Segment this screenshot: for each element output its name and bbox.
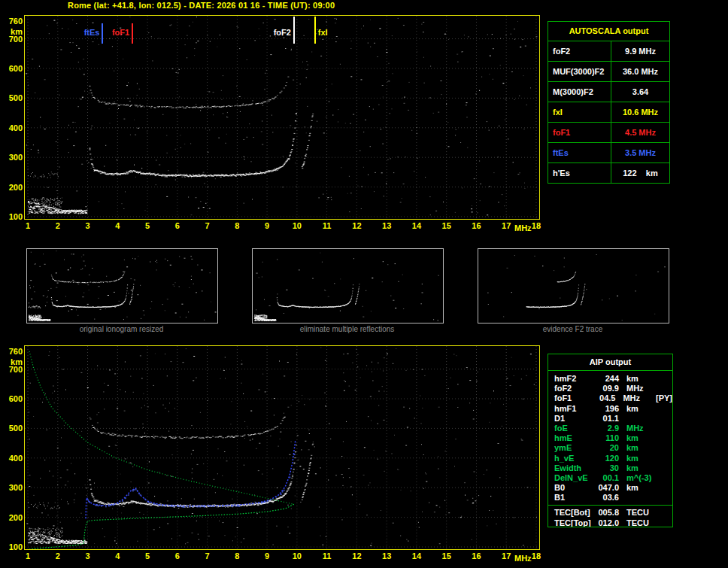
aip-row-unit: km	[619, 454, 661, 463]
aip-row-unit: km	[619, 483, 661, 493]
x-tick-11: 11	[319, 551, 335, 560]
aip-row-value: 012.0	[593, 518, 619, 527]
autoscala-row-value: 4.5 MHz	[611, 123, 669, 142]
autoscala-table-title: AUTOSCALA output	[548, 22, 669, 41]
aip-row-name: foF2	[554, 384, 593, 393]
aip-row-name: TEC[Bot]	[554, 508, 593, 518]
autoscala-row-foF1: foF14.5 MHz	[548, 123, 669, 143]
autoscala-row-value: 10.6 MHz	[611, 102, 669, 122]
autoscala-row-value: 122 km	[611, 163, 669, 183]
x-tick-1: 1	[20, 551, 36, 560]
x-tick-6: 6	[169, 551, 186, 560]
y-tick-300: 300	[2, 483, 23, 492]
legend-line-foF1	[132, 23, 133, 44]
thumbnail-3-canvas	[478, 249, 669, 323]
aip-row-B0: B0047.0km	[548, 483, 672, 493]
aip-row-note: [PY]	[656, 393, 672, 403]
x-tick-13: 13	[378, 221, 395, 230]
y-tick-760: 760	[2, 347, 23, 356]
aip-row-hmF1: hmF1196km	[548, 404, 672, 414]
x-tick-18: 18	[528, 221, 544, 230]
aip-row-value: 09.9	[593, 384, 619, 393]
aip-row-unit	[619, 493, 661, 503]
x-tick-8: 8	[229, 221, 245, 230]
aip-row-hmE: hmE110km	[548, 433, 672, 443]
aip-row-name: foF1	[554, 393, 591, 403]
aip-row-name: Ewidth	[554, 463, 593, 473]
thumbnail-caption-3: evidence F2 trace	[477, 325, 669, 333]
x-tick-1: 1	[20, 221, 36, 230]
x-tick-3: 3	[80, 551, 96, 560]
x-tick-4: 4	[109, 551, 126, 560]
x-tick-16: 16	[468, 221, 484, 230]
x-tick-18: 18	[528, 551, 544, 560]
aip-row-value: 2.9	[593, 424, 619, 433]
autoscala-output-table: AUTOSCALA output foF29.9 MHzMUF(3000)F23…	[548, 21, 670, 184]
aip-row-name: hmE	[554, 433, 593, 443]
aip-row-value: 30	[593, 463, 619, 473]
aip-row-value: 196	[593, 404, 619, 414]
autoscala-row-value: 36.0 MHz	[611, 62, 669, 81]
aip-output-table: AIP output hmF2244kmfoF209.9MHzfoF104.5M…	[548, 354, 673, 527]
y-tick-300: 300	[2, 153, 23, 162]
aip-row-unit: km	[619, 463, 661, 473]
ionogram-bottom-canvas	[24, 345, 540, 550]
x-tick-14: 14	[408, 551, 425, 560]
legend-label-foF1: foF1	[98, 28, 129, 37]
aip-row-unit: km	[619, 374, 661, 384]
x-tick-10: 10	[289, 221, 305, 230]
autoscala-window: Rome (lat: +41.8, lon: 012.5) - DATE: 20…	[0, 0, 728, 568]
x-tick-2: 2	[50, 221, 66, 230]
x-tick-12: 12	[348, 221, 365, 230]
aip-row-unit: km	[619, 404, 661, 414]
x-tick-15: 15	[438, 221, 455, 230]
ionogram-plot-bottom	[24, 345, 540, 550]
aip-row-value: 120	[593, 454, 619, 463]
autoscala-row-label: h'Es	[548, 163, 611, 183]
x-tick-7: 7	[199, 221, 216, 230]
aip-row-TEC[Top]: TEC[Top]012.0TECU	[548, 518, 672, 527]
aip-row-value: 03.6	[593, 493, 619, 503]
ionogram-plot-top: ftEsfoF1foF2fxI	[24, 15, 540, 220]
autoscala-row-h'Es: h'Es122 km	[548, 163, 669, 183]
y-tick-600: 600	[2, 394, 23, 403]
aip-row-value: 20	[593, 443, 619, 453]
aip-row-value: 01.1	[593, 414, 619, 424]
y-tick-500: 500	[2, 93, 23, 102]
legend-label-ftEs: ftEs	[68, 28, 99, 37]
y-tick-400: 400	[2, 454, 23, 463]
aip-row-unit: TECU	[619, 518, 661, 527]
y-tick-760: 760	[2, 17, 23, 26]
ionogram-top-canvas	[24, 15, 540, 220]
legend-label-fxI: fxI	[318, 28, 328, 37]
aip-row-value: 005.8	[593, 508, 619, 518]
x-tick-15: 15	[438, 551, 455, 560]
aip-row-name: hmF1	[554, 404, 593, 414]
autoscala-row-label: M(3000)F2	[548, 82, 611, 102]
x-tick-3: 3	[80, 221, 96, 230]
x-tick-12: 12	[348, 551, 365, 560]
aip-row-unit: MHz	[619, 384, 661, 393]
station-date-title: Rome (lat: +41.8, lon: 012.5) - DATE: 20…	[68, 1, 335, 10]
aip-row-name: B0	[554, 483, 593, 493]
thumbnail-1-canvas	[27, 249, 217, 323]
autoscala-row-value: 9.9 MHz	[611, 41, 669, 61]
aip-row-unit: TECU	[619, 508, 661, 518]
x-tick-5: 5	[139, 551, 156, 560]
x-tick-16: 16	[468, 551, 484, 560]
aip-row-name: foE	[554, 424, 593, 433]
y-tick-700: 700	[2, 365, 23, 374]
x-tick-17: 17	[498, 221, 514, 230]
aip-row-name: DelN_vE	[554, 473, 593, 483]
autoscala-row-label: fxI	[548, 102, 611, 122]
autoscala-row-label: MUF(3000)F2	[548, 62, 611, 81]
aip-row-name: B1	[554, 493, 593, 503]
x-tick-6: 6	[169, 221, 186, 230]
aip-row-unit: MHz	[615, 393, 656, 403]
aip-row-B1: B103.6	[548, 493, 672, 503]
x-tick-4: 4	[109, 221, 126, 230]
aip-row-name: hmF2	[554, 374, 593, 384]
aip-row-name: TEC[Top]	[554, 518, 593, 527]
x-tick-2: 2	[50, 551, 66, 560]
thumbnail-caption-1: original ionogram resized	[26, 325, 217, 333]
